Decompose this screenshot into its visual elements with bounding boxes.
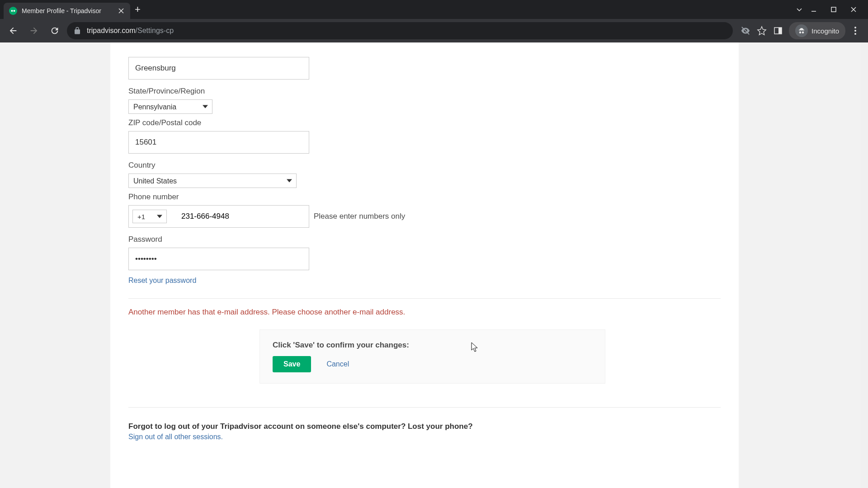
browser-tab[interactable]: Member Profile - Tripadvisor — [4, 3, 130, 19]
tab-bar: Member Profile - Tripadvisor + — [0, 0, 868, 19]
incognito-badge[interactable]: Incognito — [789, 22, 845, 39]
reload-button[interactable] — [46, 22, 63, 39]
bookmark-icon[interactable] — [756, 25, 767, 36]
country-label: Country — [128, 161, 721, 170]
svg-rect-4 — [778, 28, 782, 34]
svg-point-1 — [14, 10, 15, 12]
url-text: tripadvisor.com/Settings-cp — [87, 27, 174, 35]
minimize-button[interactable] — [807, 2, 821, 17]
phone-label: Phone number — [128, 192, 721, 202]
browser-toolbar: tripadvisor.com/Settings-cp Incognito — [0, 19, 868, 42]
signout-sessions-link[interactable]: Sign out of all other sessions. — [128, 433, 223, 441]
browser-chrome: Member Profile - Tripadvisor + — [0, 0, 868, 42]
city-input[interactable] — [128, 57, 309, 80]
new-tab-button[interactable]: + — [130, 4, 145, 15]
country-code-select[interactable]: +1 — [132, 210, 167, 223]
error-message: Another member has that e-mail address. … — [128, 308, 721, 317]
window-controls — [807, 2, 864, 17]
phone-input[interactable] — [176, 206, 305, 227]
reset-password-link[interactable]: Reset your password — [128, 277, 196, 285]
save-button[interactable]: Save — [273, 356, 311, 372]
state-select[interactable]: Pennsylvania — [128, 99, 212, 114]
footer-text: Forgot to log out of your Tripadvisor ac… — [128, 422, 721, 431]
back-button[interactable] — [5, 22, 22, 39]
page-viewport: State/Province/Region Pennsylvania ZIP c… — [0, 42, 868, 488]
tab-title: Member Profile - Tripadvisor — [22, 7, 113, 14]
svg-point-0 — [11, 10, 13, 12]
password-label: Password — [128, 235, 721, 244]
close-window-button[interactable] — [846, 2, 861, 17]
country-select[interactable]: United States — [128, 174, 297, 188]
tracking-blocked-icon[interactable] — [740, 25, 751, 36]
lock-icon — [73, 27, 81, 35]
close-tab-icon[interactable] — [118, 7, 125, 14]
zip-input[interactable] — [128, 131, 309, 154]
password-input[interactable] — [128, 248, 309, 270]
settings-panel: State/Province/Region Pennsylvania ZIP c… — [110, 42, 739, 488]
save-prompt: Click 'Save' to confirm your changes: — [273, 341, 592, 350]
panel-icon[interactable] — [773, 25, 783, 36]
phone-hint: Please enter numbers only — [314, 212, 405, 221]
tab-search-icon[interactable] — [792, 6, 807, 13]
address-bar[interactable]: tripadvisor.com/Settings-cp — [67, 22, 733, 39]
incognito-label: Incognito — [811, 27, 839, 35]
zip-label: ZIP code/Postal code — [128, 118, 721, 127]
forward-button[interactable] — [25, 22, 42, 39]
browser-menu-icon[interactable] — [851, 27, 860, 35]
save-box: Click 'Save' to confirm your changes: Sa… — [259, 329, 605, 384]
divider — [128, 407, 721, 408]
svg-rect-2 — [831, 7, 836, 12]
state-label: State/Province/Region — [128, 87, 721, 96]
incognito-icon — [795, 24, 808, 37]
divider — [128, 298, 721, 299]
maximize-button[interactable] — [826, 2, 841, 17]
cancel-button[interactable]: Cancel — [326, 360, 349, 368]
tripadvisor-favicon — [9, 7, 17, 15]
scrollbar[interactable] — [860, 42, 868, 488]
phone-input-group: +1 — [128, 205, 309, 228]
